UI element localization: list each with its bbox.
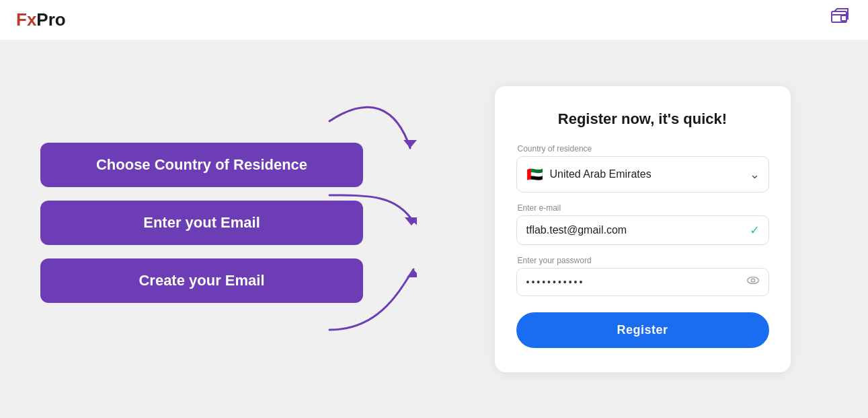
country-select[interactable]: 🇦🇪 United Arab Emirates bbox=[516, 156, 769, 193]
logo-fx: Fx bbox=[16, 9, 36, 30]
svg-point-8 bbox=[751, 279, 754, 282]
svg-rect-1 bbox=[841, 15, 846, 21]
chevron-down-icon: ⌄ bbox=[750, 167, 760, 182]
svg-marker-4 bbox=[403, 140, 417, 148]
register-card: Register now, it's quick! Country of res… bbox=[495, 86, 791, 372]
country-label: Country of residence bbox=[516, 144, 769, 153]
password-field-wrapper bbox=[516, 268, 769, 296]
svg-marker-5 bbox=[405, 217, 417, 225]
svg-point-7 bbox=[747, 277, 758, 284]
email-group: Enter e-mail ✓ bbox=[516, 203, 769, 245]
step-password-button[interactable]: Create your Email bbox=[40, 258, 363, 303]
country-value: United Arab Emirates bbox=[550, 168, 652, 180]
eye-icon[interactable] bbox=[746, 274, 760, 291]
right-panel: Register now, it's quick! Country of res… bbox=[417, 40, 868, 418]
password-label: Enter your password bbox=[516, 256, 769, 265]
country-field-wrapper: 🇦🇪 United Arab Emirates ⌄ bbox=[516, 156, 769, 193]
step-country-button[interactable]: Choose Country of Residence bbox=[40, 143, 363, 187]
svg-marker-3 bbox=[413, 215, 417, 229]
wallet-icon[interactable] bbox=[829, 6, 852, 34]
email-label: Enter e-mail bbox=[516, 203, 769, 213]
register-title: Register now, it's quick! bbox=[516, 110, 769, 128]
password-input[interactable] bbox=[516, 268, 769, 296]
email-field-wrapper: ✓ bbox=[516, 215, 769, 245]
step-email-button[interactable]: Enter yout Email bbox=[40, 201, 363, 245]
register-button[interactable]: Register bbox=[516, 312, 769, 348]
svg-marker-6 bbox=[407, 269, 417, 277]
uae-flag-icon: 🇦🇪 bbox=[526, 166, 543, 182]
header: FxPro bbox=[0, 0, 868, 40]
country-group: Country of residence 🇦🇪 United Arab Emir… bbox=[516, 144, 769, 193]
left-panel: Choose Country of Residence Enter yout E… bbox=[0, 40, 417, 418]
logo-pro: Pro bbox=[36, 9, 65, 30]
check-icon: ✓ bbox=[750, 223, 760, 238]
password-group: Enter your password bbox=[516, 256, 769, 296]
main-layout: Choose Country of Residence Enter yout E… bbox=[0, 40, 868, 418]
email-input[interactable] bbox=[516, 215, 769, 245]
logo: FxPro bbox=[16, 9, 66, 30]
